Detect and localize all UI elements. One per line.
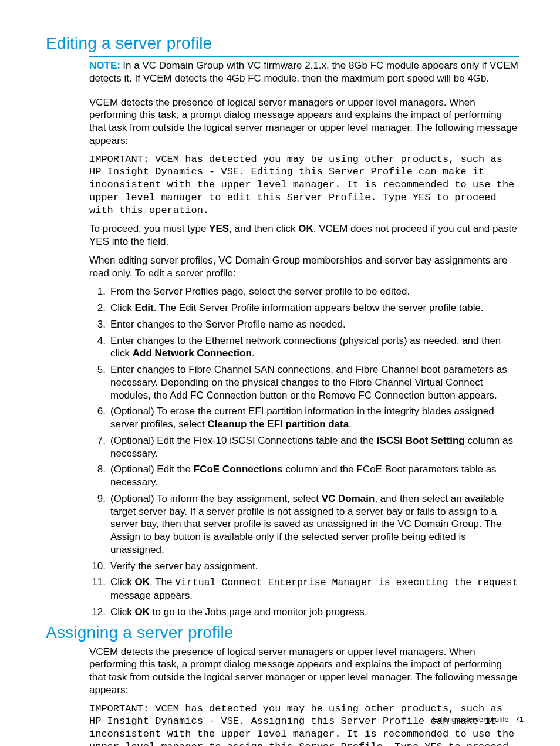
text: (Optional) Edit the Flex-10 iSCSI Connec… bbox=[110, 435, 377, 446]
step: Verify the server bay assignment. bbox=[89, 560, 519, 573]
section1-body: NOTE: In a VC Domain Group with VC firmw… bbox=[89, 56, 519, 619]
step: Click OK to go to the Jobs page and moni… bbox=[89, 606, 519, 619]
step-text: Verify the server bay assignment. bbox=[110, 561, 258, 572]
bold-text: OK bbox=[135, 576, 150, 588]
text: Click bbox=[110, 302, 135, 313]
bold-text: VC Domain bbox=[322, 493, 375, 504]
paragraph: To proceed, you must type YES, and then … bbox=[89, 222, 519, 248]
step: (Optional) Edit the Flex-10 iSCSI Connec… bbox=[89, 434, 519, 460]
step: Enter changes to Fibre Channel SAN conne… bbox=[89, 363, 519, 401]
paragraph: When editing server profiles, VC Domain … bbox=[89, 254, 519, 280]
text: message appears. bbox=[110, 590, 193, 601]
text: (Optional) To inform the bay assignment,… bbox=[110, 493, 322, 504]
step: From the Server Profiles page, select th… bbox=[89, 285, 519, 298]
procedure-steps: From the Server Profiles page, select th… bbox=[89, 285, 519, 618]
bold-text: OK bbox=[298, 223, 313, 234]
text: to go to the Jobs page and monitor job p… bbox=[150, 606, 367, 617]
bold-text: YES bbox=[209, 223, 229, 234]
bold-text: FCoE Connections bbox=[194, 464, 283, 475]
text: . The Edit Server Profile information ap… bbox=[154, 302, 484, 313]
page-footer: Editing a server profile 71 bbox=[433, 715, 524, 724]
bold-text: Cleanup the EFI partition data bbox=[207, 418, 349, 430]
text: Click bbox=[110, 576, 135, 588]
note-text: In a VC Domain Group with VC firmware 2.… bbox=[89, 60, 518, 84]
note-label: NOTE: bbox=[89, 60, 120, 71]
text: , and then click bbox=[229, 223, 298, 234]
section2-body: VCEM detects the presence of logical ser… bbox=[89, 646, 519, 746]
bold-text: Edit bbox=[135, 302, 154, 313]
footer-text: Editing a server profile bbox=[433, 715, 508, 724]
note-callout: NOTE: In a VC Domain Group with VC firmw… bbox=[89, 56, 519, 89]
text: . The bbox=[150, 576, 175, 588]
text: Click bbox=[110, 606, 135, 617]
step-text: Enter changes to the Server Profile name… bbox=[110, 319, 346, 330]
step: (Optional) To erase the current EFI part… bbox=[89, 405, 519, 431]
bold-text: Add Network Connection bbox=[133, 347, 252, 359]
text: . bbox=[252, 347, 255, 359]
page-number: 71 bbox=[515, 715, 524, 724]
step: Enter changes to the Server Profile name… bbox=[89, 318, 519, 331]
important-message: IMPORTANT: VCEM has detected you may be … bbox=[89, 153, 519, 217]
step: Click Edit. The Edit Server Profile info… bbox=[89, 302, 519, 315]
important-message: IMPORTANT: VCEM has detected you may be … bbox=[89, 703, 519, 746]
text: . bbox=[349, 418, 352, 430]
step-text: From the Server Profiles page, select th… bbox=[110, 286, 410, 297]
text: (Optional) Edit the bbox=[110, 464, 194, 475]
step: (Optional) Edit the FCoE Connections col… bbox=[89, 463, 519, 489]
mono-text: Virtual Connect Enterprise Manager is ex… bbox=[175, 577, 518, 588]
bold-text: iSCSI Boot Setting bbox=[377, 435, 465, 446]
step-text: Enter changes to Fibre Channel SAN conne… bbox=[110, 364, 507, 401]
bold-text: OK bbox=[135, 606, 150, 617]
document-page: Editing a server profile NOTE: In a VC D… bbox=[0, 0, 560, 746]
step: (Optional) To inform the bay assignment,… bbox=[89, 492, 519, 556]
paragraph: VCEM detects the presence of logical ser… bbox=[89, 96, 519, 147]
step: Enter changes to the Ethernet network co… bbox=[89, 335, 519, 360]
paragraph: VCEM detects the presence of logical ser… bbox=[89, 646, 519, 697]
step: Click OK. The Virtual Connect Enterprise… bbox=[89, 576, 519, 602]
text: To proceed, you must type bbox=[89, 223, 209, 234]
section-heading-editing: Editing a server profile bbox=[46, 34, 525, 53]
section-heading-assigning: Assigning a server profile bbox=[46, 623, 525, 642]
